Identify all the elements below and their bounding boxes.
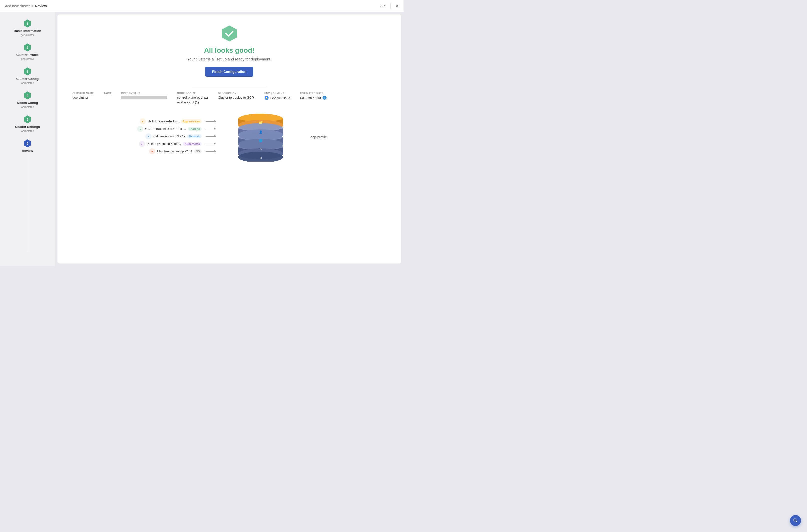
layer-line-3 (206, 144, 215, 144)
svg-point-2 (266, 98, 267, 99)
node-pools-col: NODE POOLS control-plane-pool (1) worker… (177, 92, 208, 104)
title-bar-actions: API × (380, 3, 398, 8)
cluster-name-value: gcp-cluster (73, 96, 94, 99)
step-badge-4: 4 (23, 91, 32, 99)
node-pools-label: NODE POOLS (177, 92, 208, 95)
cluster-info: CLUSTER NAME gcp-cluster TAGS - CREDENTI… (68, 92, 391, 104)
tags-col: TAGS - (104, 92, 111, 104)
breadcrumb: Add new cluster > Review (5, 4, 47, 8)
api-button[interactable]: API (380, 4, 386, 8)
layer-icon-3: ● (139, 141, 145, 147)
layer-icon-0: ● (140, 118, 146, 125)
finish-configuration-button[interactable]: Finish Configuration (205, 67, 254, 77)
step-content-1: 1 Basic Information gcp-cluster (14, 19, 41, 36)
title-bar: Add new cluster > Review API × (0, 0, 404, 12)
svg-text:🌐: 🌐 (259, 139, 262, 142)
estimated-rate-col: ESTIMATED RATE $0.3866 / hour i (300, 92, 327, 104)
credentials-label: CREDENTIALS (121, 92, 167, 95)
description-value: Cluster to deploy to GCP. (218, 96, 254, 99)
svg-text:⚙: ⚙ (259, 147, 262, 151)
sidebar: 1 Basic Information gcp-cluster 2 Cluste… (0, 12, 55, 266)
layer-name-3: Palette eXtended Kuber... (147, 142, 181, 146)
step-label-2: Cluster Profile (17, 53, 39, 57)
step-label-4: Nodes Config (17, 101, 38, 104)
step-label-6: Review (22, 149, 33, 153)
layer-row-4: ● Ubuntu--ubuntu-gcp 22.04 OS (132, 148, 215, 154)
step-content-6: 6 Review (22, 139, 33, 153)
step-content-2: 2 Cluster Profile gcp-profile (17, 43, 39, 60)
node-pool-1: control-plane-pool (1) (177, 96, 208, 99)
layer-icon-4: ● (149, 148, 155, 154)
layer-name-4: Ubuntu--ubuntu-gcp 22.04 (157, 150, 192, 153)
sidebar-step-4[interactable]: 4 Nodes Config Completed (0, 91, 55, 108)
layer-line-1 (206, 129, 215, 129)
layer-icon-1: ● (137, 126, 143, 132)
step-badge-2: 2 (23, 43, 32, 52)
step-content-4: 4 Nodes Config Completed (17, 91, 38, 108)
step-badge-1: 1 (23, 19, 32, 27)
estimated-rate-value: $0.3866 / hour (300, 96, 321, 100)
description-col: DESCRIPTION Cluster to deploy to GCP. (218, 92, 254, 104)
google-cloud-icon (264, 96, 269, 100)
environment-value: Google Cloud (270, 96, 290, 100)
node-pool-2: worker-pool (1) (177, 100, 208, 104)
profile-label: gcp-profile (311, 135, 327, 139)
layer-name-2: Calico--cni-calico 3.27.x (153, 135, 185, 138)
layer-info-1: ● GCE Persistent Disk CSI--cs... Storage (132, 126, 202, 132)
layer-line-4 (206, 151, 215, 152)
layer-line-2 (206, 136, 215, 137)
step-sublabel-4: Completed (21, 106, 34, 108)
svg-text:🖥: 🖥 (259, 156, 262, 160)
environment-value-row: Google Cloud (264, 96, 290, 100)
cluster-name-label: CLUSTER NAME (73, 92, 94, 95)
breadcrumb-separator: > (32, 4, 34, 8)
sidebar-step-3[interactable]: 3 Cluster Config Completed (0, 68, 55, 84)
section-divider (192, 87, 267, 87)
breadcrumb-review: Review (35, 4, 47, 8)
layer-type-2: Network (187, 134, 201, 138)
layer-name-1: GCE Persistent Disk CSI--cs... (145, 127, 186, 131)
layer-row-3: ● Palette eXtended Kuber... Kubernetes (132, 141, 215, 147)
environment-label: ENVIRONMENT (264, 92, 290, 95)
hex-stack-visual: 📁 👤 🌐 ⚙ 🖥 (231, 112, 290, 163)
layer-name-0: Hello Universe--hello-... (148, 120, 179, 123)
step-badge-5: 5 (23, 115, 32, 124)
layer-row-1: ● GCE Persistent Disk CSI--cs... Storage (132, 126, 215, 132)
step-badge-3: 3 (23, 68, 32, 75)
close-button[interactable]: × (396, 4, 398, 8)
svg-text:📁: 📁 (258, 120, 263, 125)
step-sublabel-1: gcp-cluster (21, 34, 34, 36)
layer-type-3: Kubernetes (183, 142, 202, 146)
step-content-3: 3 Cluster Config Completed (16, 68, 39, 84)
sidebar-step-6[interactable]: 6 Review (0, 139, 55, 153)
sidebar-step-1[interactable]: 1 Basic Information gcp-cluster (0, 19, 55, 36)
hex-stack-svg: 📁 👤 🌐 ⚙ 🖥 (231, 112, 290, 162)
layer-list: ● Hello Universe--hello-... App services… (132, 118, 215, 156)
success-title: All looks good! (204, 46, 254, 54)
layer-type-4: OS (194, 149, 202, 153)
content-area: All looks good! Your cluster is all set … (57, 15, 401, 264)
layer-row-2: ● Calico--cni-calico 3.27.x Network (132, 133, 215, 139)
cluster-name-col: CLUSTER NAME gcp-cluster (73, 92, 94, 104)
main-layout: 1 Basic Information gcp-cluster 2 Cluste… (0, 12, 404, 266)
credentials-value: ████████████████████ (121, 96, 167, 99)
success-subtitle: Your cluster is all set up and ready for… (187, 57, 271, 61)
step-content-5: 5 Cluster Settings Completed (15, 115, 40, 132)
estimated-rate-value-row: $0.3866 / hour i (300, 96, 327, 100)
rate-info-icon[interactable]: i (322, 96, 326, 100)
description-label: DESCRIPTION (218, 92, 254, 95)
step-label-3: Cluster Config (16, 77, 39, 81)
layer-info-4: ● Ubuntu--ubuntu-gcp 22.04 OS (132, 148, 202, 154)
success-section: All looks good! Your cluster is all set … (68, 24, 391, 77)
svg-text:👤: 👤 (259, 130, 262, 134)
success-icon (220, 24, 238, 42)
sidebar-step-2[interactable]: 2 Cluster Profile gcp-profile (0, 43, 55, 60)
step-sublabel-2: gcp-profile (21, 57, 34, 60)
sidebar-step-5[interactable]: 5 Cluster Settings Completed (0, 115, 55, 132)
step-label-5: Cluster Settings (15, 125, 40, 129)
layer-info-2: ● Calico--cni-calico 3.27.x Network (132, 133, 202, 139)
layer-icon-2: ● (145, 133, 151, 139)
step-label-1: Basic Information (14, 29, 41, 33)
credentials-col: CREDENTIALS ████████████████████ (121, 92, 167, 104)
estimated-rate-label: ESTIMATED RATE (300, 92, 327, 95)
